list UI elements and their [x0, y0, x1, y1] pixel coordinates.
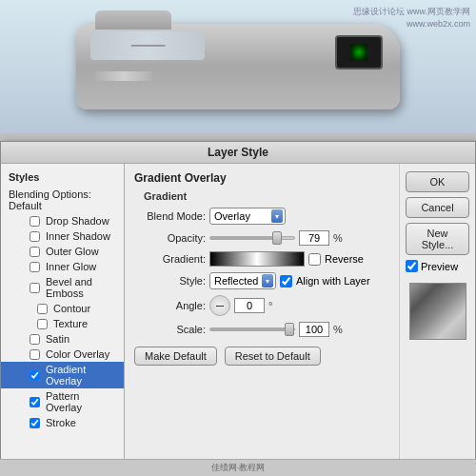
angle-dial-line-icon [216, 306, 224, 307]
opacity-unit: % [333, 232, 343, 244]
drop-shadow-checkbox[interactable] [30, 216, 40, 227]
inner-glow-label: Inner Glow [46, 261, 96, 272]
style-item-pattern-overlay[interactable]: Pattern Overlay [1, 388, 124, 415]
ok-button[interactable]: OK [406, 171, 469, 192]
section-title: Gradient Overlay [134, 171, 389, 185]
gradient-preview[interactable] [209, 251, 305, 267]
blend-mode-value: Overlay [214, 210, 250, 222]
style-item-drop-shadow[interactable]: Drop Shadow [1, 213, 124, 228]
style-item-inner-shadow[interactable]: Inner Shadow [1, 228, 124, 244]
angle-control: ° [209, 295, 389, 316]
style-item-gradient-overlay[interactable]: Gradient Overlay [1, 362, 124, 388]
outer-glow-label: Outer Glow [46, 246, 99, 257]
opacity-control: % [209, 230, 389, 246]
reset-to-default-button[interactable]: Reset to Default [225, 347, 321, 366]
styles-panel-header: Styles [1, 169, 124, 187]
scale-slider-container [209, 327, 295, 331]
pattern-overlay-label: Pattern Overlay [46, 390, 116, 413]
gradient-overlay-checkbox[interactable] [30, 370, 40, 381]
subsection-title: Gradient [134, 190, 389, 202]
style-control: Reflected ▾ Align with Layer [209, 272, 389, 289]
angle-dial[interactable] [209, 295, 230, 316]
gradient-overlay-label: Gradient Overlay [46, 364, 116, 387]
style-dropdown-arrow-icon: ▾ [262, 274, 273, 288]
opacity-row: Opacity: % [134, 230, 389, 246]
new-style-button[interactable]: New Style... [406, 223, 469, 255]
footer-text: 佳绩网·教程网 [211, 462, 266, 474]
blend-mode-arrow-icon: ▾ [271, 209, 283, 223]
styles-panel: Styles Blending Options: Default Drop Sh… [1, 164, 125, 474]
scale-slider-thumb[interactable] [285, 323, 294, 336]
scale-row: Scale: % [134, 322, 389, 337]
blend-mode-dropdown[interactable]: Overlay ▾ [209, 208, 286, 225]
stroke-label: Stroke [46, 417, 76, 428]
blend-mode-control: Overlay ▾ [209, 208, 389, 225]
style-item-inner-glow[interactable]: Inner Glow [1, 259, 124, 274]
style-row: Style: Reflected ▾ Align with Layer [134, 272, 389, 289]
satin-label: Satin [46, 333, 69, 345]
outer-glow-checkbox[interactable] [30, 247, 40, 257]
inner-shadow-label: Inner Shadow [46, 230, 110, 242]
reverse-label: Reverse [325, 253, 364, 265]
preview-box [409, 283, 466, 340]
color-overlay-label: Color Overlay [46, 348, 109, 360]
style-item-color-overlay[interactable]: Color Overlay [1, 347, 124, 362]
scale-input[interactable] [299, 322, 329, 337]
texture-checkbox[interactable] [37, 319, 48, 329]
style-item-bevel-emboss[interactable]: Bevel and Emboss [1, 274, 124, 301]
style-label: Style: [134, 275, 206, 287]
opacity-slider-fill [210, 237, 277, 239]
opacity-slider-thumb[interactable] [272, 231, 282, 245]
scale-slider-fill [210, 328, 294, 330]
style-item-contour[interactable]: Contour [1, 301, 124, 316]
texture-label: Texture [53, 318, 88, 329]
align-with-layer-checkbox[interactable] [280, 275, 292, 288]
preview-checkbox[interactable] [406, 260, 418, 272]
style-item-texture[interactable]: Texture [1, 316, 124, 331]
angle-unit: ° [268, 300, 272, 311]
scale-unit: % [333, 324, 343, 335]
style-item-outer-glow[interactable]: Outer Glow [1, 244, 124, 259]
reverse-checkbox[interactable] [308, 253, 321, 266]
camera-lens: ━━━━━━━ [90, 31, 205, 60]
scale-label: Scale: [134, 324, 206, 335]
contour-checkbox[interactable] [37, 304, 48, 314]
scale-control: % [209, 322, 389, 337]
cancel-button[interactable]: Cancel [406, 197, 469, 218]
inner-shadow-checkbox[interactable] [30, 231, 40, 242]
inner-glow-checkbox[interactable] [30, 262, 40, 272]
satin-checkbox[interactable] [30, 334, 40, 345]
angle-row: Angle: ° [134, 295, 389, 316]
scale-slider-track[interactable] [209, 327, 295, 331]
dialog-title: Layer Style [208, 146, 268, 159]
angle-label: Angle: [134, 300, 206, 311]
opacity-slider-container [209, 236, 295, 240]
gradient-label: Gradient: [134, 253, 206, 265]
style-dropdown[interactable]: Reflected ▾ [209, 272, 276, 289]
color-overlay-checkbox[interactable] [30, 349, 40, 360]
layer-style-dialog: Layer Style Styles Blending Options: Def… [0, 141, 476, 476]
blending-label: Blending Options: Default [9, 188, 116, 211]
opacity-label: Opacity: [134, 232, 206, 244]
preview-label: Preview [421, 261, 458, 272]
camera-detail-1 [95, 71, 152, 81]
angle-input[interactable] [234, 298, 265, 313]
stroke-checkbox[interactable] [30, 418, 40, 428]
style-item-stroke[interactable]: Stroke [1, 415, 124, 430]
footer: 佳绩网·教程网 [0, 459, 476, 476]
style-item-satin[interactable]: Satin [1, 331, 124, 347]
viewfinder-screen [350, 44, 367, 61]
style-item-blending[interactable]: Blending Options: Default [1, 187, 124, 213]
drop-shadow-label: Drop Shadow [46, 215, 109, 227]
opacity-input[interactable] [299, 230, 329, 246]
pattern-overlay-checkbox[interactable] [30, 397, 40, 407]
contour-label: Contour [53, 303, 90, 314]
bevel-emboss-label: Bevel and Emboss [46, 276, 116, 299]
bottom-buttons: Make Default Reset to Default [134, 347, 389, 366]
gradient-row: Gradient: Reverse [134, 251, 389, 267]
opacity-slider-track[interactable] [209, 236, 295, 240]
make-default-button[interactable]: Make Default [134, 347, 217, 366]
settings-panel: Gradient Overlay Gradient Blend Mode: Ov… [125, 164, 399, 474]
dialog-titlebar: Layer Style [1, 142, 475, 164]
bevel-emboss-checkbox[interactable] [30, 283, 40, 293]
